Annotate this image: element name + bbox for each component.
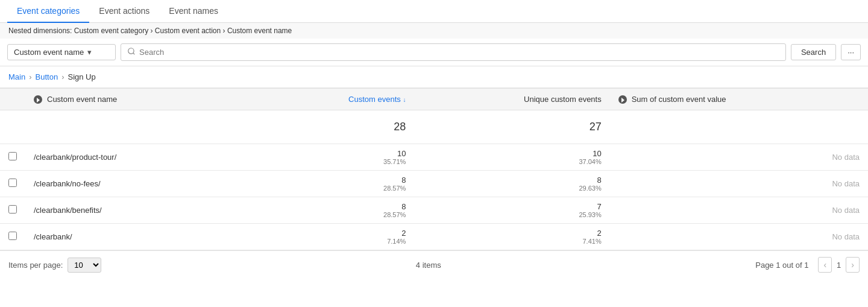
row-unique-events-1: 10 37.04% bbox=[414, 144, 609, 171]
nested-dim-1: Custom event category bbox=[74, 27, 151, 35]
table-row: /clearbank/benefits/ 8 28.57% 7 25.93% N… bbox=[0, 197, 868, 224]
dimension-selector[interactable]: Custom event name ▾ bbox=[7, 44, 116, 60]
breadcrumb-current: Sign Up bbox=[68, 72, 95, 81]
items-per-page: Items per page: 10 25 50 100 bbox=[8, 258, 101, 273]
data-table: Custom event name Custom events ↓ Unique… bbox=[0, 88, 868, 250]
items-count: 4 items bbox=[101, 261, 755, 270]
tab-bar: Event categories Event actions Event nam… bbox=[0, 0, 868, 23]
row-custom-events-2: 8 28.57% bbox=[260, 171, 414, 197]
table-row: /clearbank/no-fees/ 8 28.57% 8 29.63% No… bbox=[0, 171, 868, 197]
next-page-button[interactable]: › bbox=[846, 257, 860, 273]
col-header-unique-events: Unique custom events bbox=[414, 89, 609, 110]
items-per-page-select[interactable]: 10 25 50 100 bbox=[68, 258, 101, 273]
col-header-name: Custom event name bbox=[25, 89, 260, 110]
table-footer: Items per page: 10 25 50 100 4 items Pag… bbox=[0, 250, 868, 279]
checkbox-3[interactable] bbox=[8, 205, 17, 214]
nested-dim-2: Custom event action bbox=[155, 27, 223, 35]
row-sum-2: No data bbox=[610, 171, 868, 197]
svg-point-0 bbox=[128, 48, 134, 54]
row-checkbox-4[interactable] bbox=[0, 224, 25, 250]
checkbox-2[interactable] bbox=[8, 179, 17, 187]
row-custom-events-4: 2 7.14% bbox=[260, 224, 414, 250]
play-icon-2 bbox=[618, 95, 627, 104]
breadcrumb: Main › Button › Sign Up bbox=[0, 66, 868, 88]
row-sum-1: No data bbox=[610, 144, 868, 171]
page-info: Page 1 out of 1 bbox=[755, 261, 808, 270]
row-checkbox-3[interactable] bbox=[0, 197, 25, 224]
col-header-sum-value: Sum of custom event value bbox=[610, 89, 868, 110]
search-icon bbox=[127, 47, 136, 57]
search-input[interactable] bbox=[139, 48, 779, 57]
search-box bbox=[121, 43, 786, 61]
dimension-label: Custom event name bbox=[14, 48, 84, 57]
row-unique-events-3: 7 25.93% bbox=[414, 197, 609, 224]
tab-event-actions[interactable]: Event actions bbox=[89, 0, 159, 23]
row-sum-3: No data bbox=[610, 197, 868, 224]
search-button[interactable]: Search bbox=[791, 44, 836, 60]
row-custom-events-3: 8 28.57% bbox=[260, 197, 414, 224]
row-checkbox-1[interactable] bbox=[0, 144, 25, 171]
breadcrumb-main[interactable]: Main bbox=[8, 72, 25, 81]
row-checkbox-2[interactable] bbox=[0, 171, 25, 197]
total-check-col bbox=[0, 110, 25, 144]
dropdown-arrow-icon: ▾ bbox=[87, 48, 92, 57]
svg-line-1 bbox=[133, 53, 135, 55]
row-sum-4: No data bbox=[610, 224, 868, 250]
total-dim-col bbox=[25, 110, 260, 144]
total-row: 28 27 bbox=[0, 110, 868, 144]
nested-dimensions: Nested dimensions: Custom event category… bbox=[0, 23, 868, 39]
row-custom-events-1: 10 35.71% bbox=[260, 144, 414, 171]
row-unique-events-2: 8 29.63% bbox=[414, 171, 609, 197]
total-unique-events: 27 bbox=[414, 110, 609, 144]
table-row: /clearbank/product-tour/ 10 35.71% 10 37… bbox=[0, 144, 868, 171]
pagination: Page 1 out of 1 ‹ 1 › bbox=[755, 257, 860, 273]
tab-event-names[interactable]: Event names bbox=[159, 0, 228, 23]
total-sum-value bbox=[610, 110, 868, 144]
row-name-3: /clearbank/benefits/ bbox=[25, 197, 260, 224]
table-row: /clearbank/ 2 7.14% 2 7.41% No data bbox=[0, 224, 868, 250]
page-number: 1 bbox=[837, 261, 841, 270]
play-icon bbox=[34, 95, 42, 104]
tab-event-categories[interactable]: Event categories bbox=[7, 0, 89, 23]
checkbox-col-header bbox=[0, 89, 25, 110]
row-name-2: /clearbank/no-fees/ bbox=[25, 171, 260, 197]
row-name-4: /clearbank/ bbox=[25, 224, 260, 250]
breadcrumb-sep-2: › bbox=[61, 72, 64, 81]
col-header-custom-events[interactable]: Custom events ↓ bbox=[260, 89, 414, 110]
toolbar: Custom event name ▾ Search ··· bbox=[0, 39, 868, 66]
table-header-row: Custom event name Custom events ↓ Unique… bbox=[0, 89, 868, 110]
checkbox-4[interactable] bbox=[8, 232, 17, 240]
nested-dim-3: Custom event name bbox=[227, 27, 292, 35]
prev-page-button[interactable]: ‹ bbox=[818, 257, 832, 273]
checkbox-1[interactable] bbox=[8, 152, 17, 160]
row-unique-events-4: 2 7.41% bbox=[414, 224, 609, 250]
breadcrumb-button[interactable]: Button bbox=[36, 72, 58, 81]
items-per-page-label: Items per page: bbox=[8, 261, 63, 270]
breadcrumb-sep-1: › bbox=[29, 72, 31, 81]
total-custom-events: 28 bbox=[260, 110, 414, 144]
more-options-button[interactable]: ··· bbox=[841, 44, 861, 60]
sort-icon: ↓ bbox=[403, 97, 406, 103]
row-name-1: /clearbank/product-tour/ bbox=[25, 144, 260, 171]
